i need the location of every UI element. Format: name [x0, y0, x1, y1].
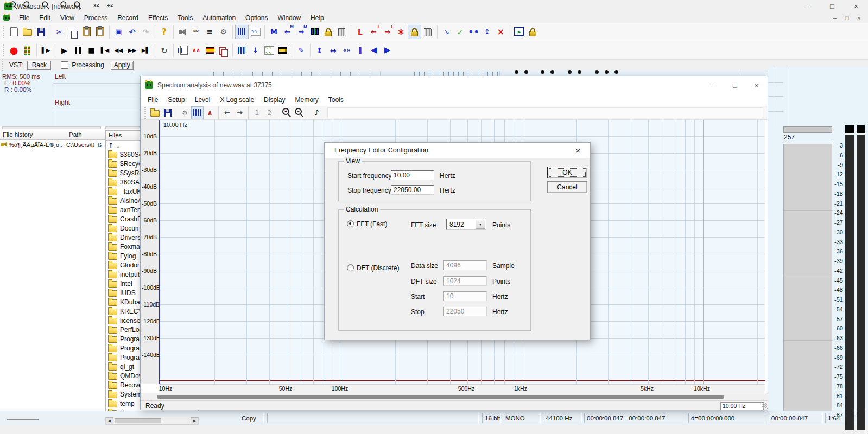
scrollbar-thumb[interactable]: [115, 418, 161, 423]
hidden-scrollbar[interactable]: [783, 126, 832, 133]
menu-edit[interactable]: Edit: [34, 12, 55, 23]
mdi-close-button[interactable]: ×: [853, 14, 865, 22]
dft-start-input[interactable]: 10: [443, 291, 487, 301]
close-button[interactable]: ×: [844, 0, 868, 12]
monitor-meters-button[interactable]: [21, 44, 34, 57]
dialog-titlebar[interactable]: Frequency Editor Configuration ×: [325, 143, 590, 158]
menu-automation[interactable]: Automation: [198, 12, 240, 23]
script-run-button[interactable]: [513, 25, 525, 39]
loop-add-button[interactable]: L: [354, 25, 366, 39]
history-row[interactable]: %ó¶¸ÃÅµÄÏÄ-Ê®¸ö... C:\Users\ß÷ß÷...: [0, 140, 105, 149]
vst-rack-button[interactable]: Rack: [27, 61, 51, 70]
spectrum-menu-file[interactable]: File: [143, 95, 163, 105]
trim-button[interactable]: ▣: [112, 25, 125, 39]
fit-vertical-button[interactable]: ↕: [313, 44, 326, 57]
copy-button[interactable]: [67, 25, 79, 39]
column-path[interactable]: Path: [66, 130, 105, 140]
spec-memory-1-button[interactable]: 1: [251, 107, 263, 119]
copy-graphic-button[interactable]: [217, 44, 230, 57]
save-file-button[interactable]: [35, 25, 47, 39]
rewind-button[interactable]: ◀◀: [112, 44, 125, 57]
spec-save-button[interactable]: [162, 107, 173, 119]
menu-window[interactable]: Window: [273, 12, 306, 23]
ok-button[interactable]: OK: [547, 167, 587, 178]
dft-stop-input[interactable]: 22050: [443, 307, 487, 316]
marker-prev-button[interactable]: ←M: [281, 25, 294, 39]
spec-note-button[interactable]: ♪: [311, 107, 322, 119]
options-wrench-button[interactable]: ⚙: [217, 25, 230, 39]
loop-lock-button[interactable]: [408, 25, 421, 39]
menu-record[interactable]: Record: [112, 12, 143, 23]
resize-grip[interactable]: [762, 403, 768, 409]
go-end-button[interactable]: ▶▌: [140, 44, 152, 57]
play-from-cursor-button[interactable]: ▌▶: [40, 44, 52, 57]
fft-radio[interactable]: [347, 220, 354, 227]
menu-tools[interactable]: Tools: [173, 12, 198, 23]
vst-apply-button[interactable]: Apply: [111, 61, 134, 70]
zoom-selection-button[interactable]: [41, 2, 52, 9]
menu-effects[interactable]: Effects: [143, 12, 173, 23]
fade-in-button[interactable]: ◀: [368, 44, 380, 57]
routing-config-button[interactable]: ≡: [204, 25, 216, 39]
scroll-left-icon[interactable]: ◀: [106, 417, 113, 424]
spectrum-menu-setup[interactable]: Setup: [163, 95, 189, 105]
envelope-delete-button[interactable]: ×: [495, 25, 507, 39]
open-file-button[interactable]: [21, 25, 34, 39]
zoom-in-button[interactable]: +: [9, 2, 20, 9]
zoom-vertical-out-button[interactable]: [73, 2, 84, 9]
pause-button[interactable]: [72, 44, 84, 57]
mdi-minimize-button[interactable]: –: [829, 14, 841, 22]
spectrum-analysis-button[interactable]: ∧∧: [190, 44, 202, 57]
cut-button[interactable]: ✂: [53, 25, 66, 39]
zoom-vertical-in-button[interactable]: [59, 2, 70, 9]
overview-scrollbar[interactable]: [7, 419, 39, 420]
fft-size-dropdown[interactable]: 8192 ▼: [446, 219, 486, 230]
spec-memory-2-button[interactable]: 2: [264, 107, 275, 119]
chevron-down-icon[interactable]: ▼: [476, 220, 485, 229]
resample-button[interactable]: ↓: [249, 44, 262, 57]
pencil-edit-button[interactable]: ✎: [295, 44, 307, 57]
spec-config-button[interactable]: ⚙: [179, 107, 191, 119]
envelope-points-button[interactable]: ↘: [440, 25, 453, 39]
zoom-div2-button[interactable]: ÷2: [105, 2, 116, 9]
splitter-bar[interactable]: [2, 126, 101, 129]
spectrum-menu-tools[interactable]: Tools: [324, 95, 349, 105]
help-button[interactable]: ?: [158, 25, 170, 39]
menu-help[interactable]: Help: [306, 12, 329, 23]
menu-file[interactable]: File: [14, 12, 34, 23]
paste-button[interactable]: [80, 25, 93, 39]
marker-next-button[interactable]: →M: [295, 25, 307, 39]
loop-delete-button[interactable]: [422, 25, 434, 39]
spec-bars-view-button[interactable]: [192, 107, 203, 119]
analyze-doc-button[interactable]: [176, 44, 189, 57]
dft-size-input[interactable]: 1024: [443, 276, 487, 286]
waveform-view-button[interactable]: [236, 25, 248, 39]
column-file-history[interactable]: File history: [0, 130, 66, 140]
file-lock-button[interactable]: [527, 25, 539, 39]
fade-out-button[interactable]: ▶: [381, 44, 394, 57]
zoom-out-button[interactable]: −: [22, 2, 33, 9]
spec-next-button[interactable]: →: [234, 107, 245, 119]
envelope-apply-button[interactable]: ✓: [454, 25, 466, 39]
wave2d-button[interactable]: [236, 44, 248, 57]
clip-indicator-right[interactable]: [857, 125, 865, 133]
minimize-button[interactable]: –: [796, 0, 820, 12]
menu-view[interactable]: View: [55, 12, 79, 23]
midi-config-button[interactable]: MIDI: [190, 25, 202, 39]
undo-button[interactable]: ↶: [126, 25, 138, 39]
marker-lock-button[interactable]: [322, 25, 334, 39]
dialog-close-button[interactable]: ×: [573, 145, 584, 155]
envelope-line-button[interactable]: ●─●: [467, 25, 480, 39]
spectrum-minimize-button[interactable]: –: [702, 79, 724, 92]
menu-options[interactable]: Options: [240, 12, 273, 23]
insert-button[interactable]: «»: [340, 44, 353, 57]
expand-button[interactable]: ↔: [327, 44, 339, 57]
forward-button[interactable]: ▶▶: [126, 44, 138, 57]
wave-outline-view-button[interactable]: [249, 25, 262, 39]
processing-checkbox[interactable]: [61, 61, 68, 69]
spec-open-button[interactable]: [149, 107, 161, 119]
loop-next-button[interactable]: →L: [381, 25, 394, 39]
marker-add-button[interactable]: M: [268, 25, 280, 39]
synth-button[interactable]: [276, 44, 289, 57]
spectrum-menu-display[interactable]: Display: [259, 95, 290, 105]
